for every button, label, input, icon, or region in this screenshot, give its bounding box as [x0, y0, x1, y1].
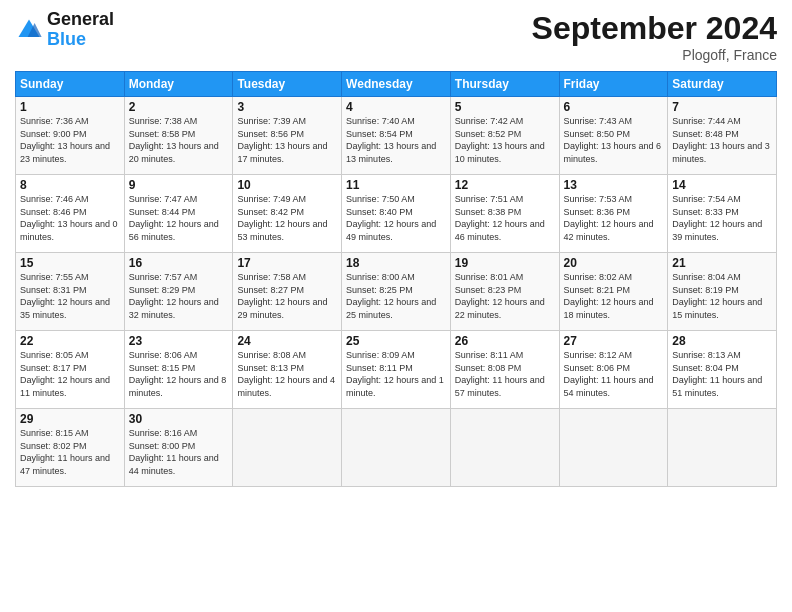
day-cell-12: 12Sunrise: 7:51 AMSunset: 8:38 PMDayligh…: [450, 175, 559, 253]
day-detail: Sunrise: 7:36 AMSunset: 9:00 PMDaylight:…: [20, 115, 120, 165]
logo: General Blue: [15, 10, 114, 50]
day-detail: Sunrise: 7:54 AMSunset: 8:33 PMDaylight:…: [672, 193, 772, 243]
day-cell-26: 26Sunrise: 8:11 AMSunset: 8:08 PMDayligh…: [450, 331, 559, 409]
day-cell-4: 4Sunrise: 7:40 AMSunset: 8:54 PMDaylight…: [342, 97, 451, 175]
day-cell-11: 11Sunrise: 7:50 AMSunset: 8:40 PMDayligh…: [342, 175, 451, 253]
calendar-table: SundayMondayTuesdayWednesdayThursdayFrid…: [15, 71, 777, 487]
weekday-monday: Monday: [124, 72, 233, 97]
day-number: 21: [672, 256, 772, 270]
day-cell-16: 16Sunrise: 7:57 AMSunset: 8:29 PMDayligh…: [124, 253, 233, 331]
day-number: 25: [346, 334, 446, 348]
weekday-sunday: Sunday: [16, 72, 125, 97]
day-cell-24: 24Sunrise: 8:08 AMSunset: 8:13 PMDayligh…: [233, 331, 342, 409]
day-cell-10: 10Sunrise: 7:49 AMSunset: 8:42 PMDayligh…: [233, 175, 342, 253]
day-number: 23: [129, 334, 229, 348]
day-number: 9: [129, 178, 229, 192]
day-cell-5: 5Sunrise: 7:42 AMSunset: 8:52 PMDaylight…: [450, 97, 559, 175]
day-number: 24: [237, 334, 337, 348]
day-number: 27: [564, 334, 664, 348]
day-detail: Sunrise: 8:06 AMSunset: 8:15 PMDaylight:…: [129, 349, 229, 399]
day-number: 29: [20, 412, 120, 426]
day-number: 4: [346, 100, 446, 114]
day-number: 12: [455, 178, 555, 192]
day-cell-23: 23Sunrise: 8:06 AMSunset: 8:15 PMDayligh…: [124, 331, 233, 409]
day-detail: Sunrise: 8:15 AMSunset: 8:02 PMDaylight:…: [20, 427, 120, 477]
location: Plogoff, France: [532, 47, 777, 63]
day-number: 20: [564, 256, 664, 270]
day-cell-18: 18Sunrise: 8:00 AMSunset: 8:25 PMDayligh…: [342, 253, 451, 331]
day-number: 15: [20, 256, 120, 270]
day-cell-8: 8Sunrise: 7:46 AMSunset: 8:46 PMDaylight…: [16, 175, 125, 253]
day-cell-3: 3Sunrise: 7:39 AMSunset: 8:56 PMDaylight…: [233, 97, 342, 175]
day-cell-2: 2Sunrise: 7:38 AMSunset: 8:58 PMDaylight…: [124, 97, 233, 175]
day-detail: Sunrise: 8:00 AMSunset: 8:25 PMDaylight:…: [346, 271, 446, 321]
weekday-friday: Friday: [559, 72, 668, 97]
day-detail: Sunrise: 8:11 AMSunset: 8:08 PMDaylight:…: [455, 349, 555, 399]
empty-cell: [559, 409, 668, 487]
day-cell-21: 21Sunrise: 8:04 AMSunset: 8:19 PMDayligh…: [668, 253, 777, 331]
day-cell-14: 14Sunrise: 7:54 AMSunset: 8:33 PMDayligh…: [668, 175, 777, 253]
day-detail: Sunrise: 8:05 AMSunset: 8:17 PMDaylight:…: [20, 349, 120, 399]
day-number: 14: [672, 178, 772, 192]
day-detail: Sunrise: 7:44 AMSunset: 8:48 PMDaylight:…: [672, 115, 772, 165]
day-detail: Sunrise: 7:40 AMSunset: 8:54 PMDaylight:…: [346, 115, 446, 165]
day-detail: Sunrise: 7:38 AMSunset: 8:58 PMDaylight:…: [129, 115, 229, 165]
day-number: 5: [455, 100, 555, 114]
day-detail: Sunrise: 8:13 AMSunset: 8:04 PMDaylight:…: [672, 349, 772, 399]
day-number: 2: [129, 100, 229, 114]
day-number: 16: [129, 256, 229, 270]
day-cell-22: 22Sunrise: 8:05 AMSunset: 8:17 PMDayligh…: [16, 331, 125, 409]
empty-cell: [450, 409, 559, 487]
week-row-5: 29Sunrise: 8:15 AMSunset: 8:02 PMDayligh…: [16, 409, 777, 487]
day-detail: Sunrise: 8:16 AMSunset: 8:00 PMDaylight:…: [129, 427, 229, 477]
day-detail: Sunrise: 8:09 AMSunset: 8:11 PMDaylight:…: [346, 349, 446, 399]
day-number: 3: [237, 100, 337, 114]
day-cell-6: 6Sunrise: 7:43 AMSunset: 8:50 PMDaylight…: [559, 97, 668, 175]
day-number: 28: [672, 334, 772, 348]
weekday-wednesday: Wednesday: [342, 72, 451, 97]
weekday-saturday: Saturday: [668, 72, 777, 97]
day-cell-28: 28Sunrise: 8:13 AMSunset: 8:04 PMDayligh…: [668, 331, 777, 409]
day-detail: Sunrise: 8:01 AMSunset: 8:23 PMDaylight:…: [455, 271, 555, 321]
day-cell-27: 27Sunrise: 8:12 AMSunset: 8:06 PMDayligh…: [559, 331, 668, 409]
empty-cell: [668, 409, 777, 487]
weekday-thursday: Thursday: [450, 72, 559, 97]
day-detail: Sunrise: 8:04 AMSunset: 8:19 PMDaylight:…: [672, 271, 772, 321]
day-cell-9: 9Sunrise: 7:47 AMSunset: 8:44 PMDaylight…: [124, 175, 233, 253]
day-cell-7: 7Sunrise: 7:44 AMSunset: 8:48 PMDaylight…: [668, 97, 777, 175]
logo-text: General Blue: [47, 10, 114, 50]
day-number: 30: [129, 412, 229, 426]
week-row-1: 1Sunrise: 7:36 AMSunset: 9:00 PMDaylight…: [16, 97, 777, 175]
day-detail: Sunrise: 7:55 AMSunset: 8:31 PMDaylight:…: [20, 271, 120, 321]
page-header: General Blue September 2024 Plogoff, Fra…: [15, 10, 777, 63]
empty-cell: [233, 409, 342, 487]
day-detail: Sunrise: 7:46 AMSunset: 8:46 PMDaylight:…: [20, 193, 120, 243]
day-cell-1: 1Sunrise: 7:36 AMSunset: 9:00 PMDaylight…: [16, 97, 125, 175]
day-detail: Sunrise: 8:08 AMSunset: 8:13 PMDaylight:…: [237, 349, 337, 399]
day-cell-19: 19Sunrise: 8:01 AMSunset: 8:23 PMDayligh…: [450, 253, 559, 331]
weekday-tuesday: Tuesday: [233, 72, 342, 97]
day-number: 17: [237, 256, 337, 270]
day-number: 26: [455, 334, 555, 348]
week-row-3: 15Sunrise: 7:55 AMSunset: 8:31 PMDayligh…: [16, 253, 777, 331]
day-cell-17: 17Sunrise: 7:58 AMSunset: 8:27 PMDayligh…: [233, 253, 342, 331]
day-detail: Sunrise: 7:43 AMSunset: 8:50 PMDaylight:…: [564, 115, 664, 165]
day-detail: Sunrise: 7:50 AMSunset: 8:40 PMDaylight:…: [346, 193, 446, 243]
day-detail: Sunrise: 7:57 AMSunset: 8:29 PMDaylight:…: [129, 271, 229, 321]
day-detail: Sunrise: 7:58 AMSunset: 8:27 PMDaylight:…: [237, 271, 337, 321]
day-detail: Sunrise: 7:47 AMSunset: 8:44 PMDaylight:…: [129, 193, 229, 243]
day-number: 10: [237, 178, 337, 192]
logo-icon: [15, 16, 43, 44]
day-cell-13: 13Sunrise: 7:53 AMSunset: 8:36 PMDayligh…: [559, 175, 668, 253]
day-cell-29: 29Sunrise: 8:15 AMSunset: 8:02 PMDayligh…: [16, 409, 125, 487]
empty-cell: [342, 409, 451, 487]
day-number: 22: [20, 334, 120, 348]
month-title: September 2024: [532, 10, 777, 47]
day-number: 18: [346, 256, 446, 270]
week-row-2: 8Sunrise: 7:46 AMSunset: 8:46 PMDaylight…: [16, 175, 777, 253]
day-detail: Sunrise: 7:51 AMSunset: 8:38 PMDaylight:…: [455, 193, 555, 243]
day-cell-20: 20Sunrise: 8:02 AMSunset: 8:21 PMDayligh…: [559, 253, 668, 331]
day-number: 1: [20, 100, 120, 114]
day-number: 19: [455, 256, 555, 270]
day-number: 11: [346, 178, 446, 192]
